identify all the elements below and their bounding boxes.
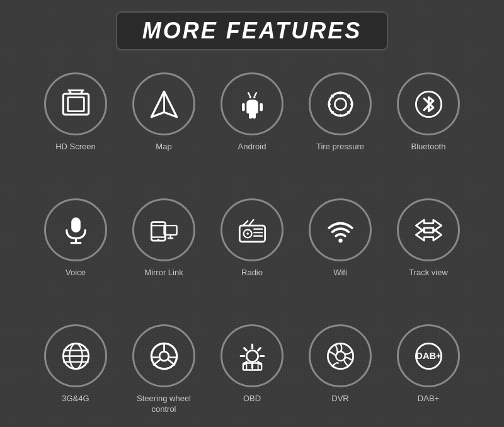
svg-rect-12: [260, 103, 263, 111]
mirror-link-icon-circle: [132, 198, 195, 261]
svg-line-41: [249, 220, 253, 225]
map-label: Map: [156, 142, 171, 152]
voice-label: Voice: [66, 268, 86, 278]
steering-wheel-icon: [147, 339, 181, 373]
tire-pressure-label: Tire pressure: [316, 142, 364, 152]
tire-pressure-icon: [323, 87, 358, 122]
feature-dvr: DVR: [296, 312, 384, 427]
hd-screen-icon-circle: [44, 72, 107, 135]
tire-pressure-icon-circle: [309, 72, 372, 135]
obd-icon: [235, 339, 270, 373]
3g4g-icon: [59, 339, 93, 373]
dab-plus-icon: DAB+: [411, 339, 446, 373]
map-icon: [147, 87, 181, 122]
page-title: MORE FEATURES: [142, 18, 362, 43]
wifi-icon: [323, 213, 358, 248]
mirror-link-label: Mirror Link: [144, 268, 183, 278]
feature-wifi: Wifi: [296, 186, 384, 312]
svg-line-9: [248, 93, 251, 97]
feature-tire-pressure: Tire pressure: [296, 60, 384, 186]
obd-label: OBD: [243, 394, 261, 404]
feature-track-view: Track view: [384, 186, 472, 312]
3g4g-icon-circle: [44, 324, 107, 387]
features-grid: HD Screen Map Android: [32, 60, 472, 427]
voice-icon-circle: [44, 198, 107, 261]
svg-point-55: [246, 350, 258, 362]
radio-label: Radio: [241, 268, 263, 278]
hd-screen-label: HD Screen: [55, 142, 96, 152]
track-view-icon-circle: [397, 198, 460, 261]
svg-line-10: [254, 93, 256, 97]
map-icon-circle: [132, 72, 195, 135]
svg-text:DAB+: DAB+: [416, 351, 441, 361]
svg-rect-1: [67, 97, 84, 111]
feature-android: Android: [208, 60, 296, 186]
mirror-link-icon: [147, 213, 181, 248]
3g4g-label: 3G&4G: [62, 394, 89, 404]
radio-icon: [235, 213, 270, 248]
dab-plus-label: DAB+: [418, 394, 439, 404]
svg-point-36: [246, 232, 249, 235]
feature-voice: Voice: [32, 186, 120, 312]
feature-radio: Radio: [208, 186, 296, 312]
android-icon: [235, 87, 270, 122]
bluetooth-icon: [411, 87, 446, 122]
dab-plus-icon-circle: DAB+: [397, 324, 460, 387]
steering-wheel-label: Steering wheelcontrol: [137, 394, 191, 415]
dvr-label: DVR: [331, 394, 348, 404]
svg-point-30: [157, 239, 159, 241]
bluetooth-label: Bluetooth: [411, 142, 446, 152]
feature-dab-plus: DAB+ DAB+: [384, 312, 472, 427]
android-icon-circle: [220, 72, 284, 135]
title-container: MORE FEATURES: [116, 11, 388, 50]
feature-bluetooth: Bluetooth: [384, 60, 472, 186]
svg-point-42: [338, 238, 342, 242]
feature-steering-wheel: Steering wheelcontrol: [120, 312, 208, 427]
feature-map: Map: [120, 60, 208, 186]
feature-mirror-link: Mirror Link: [120, 186, 208, 312]
dvr-icon: [323, 339, 358, 373]
feature-hd-screen: HD Screen: [32, 60, 120, 186]
svg-rect-11: [242, 103, 245, 111]
voice-icon: [59, 213, 93, 248]
bluetooth-icon-circle: [397, 72, 460, 135]
feature-obd: OBD: [208, 312, 296, 427]
obd-icon-circle: [220, 324, 284, 387]
dvr-icon-circle: [309, 324, 372, 387]
wifi-label: Wifi: [333, 268, 347, 278]
track-view-icon: [411, 213, 446, 248]
steering-wheel-icon-circle: [132, 324, 195, 387]
hd-screen-icon: [59, 87, 93, 122]
feature-3g4g: 3G&4G: [32, 312, 120, 427]
svg-point-60: [328, 343, 353, 368]
radio-icon-circle: [220, 198, 284, 261]
wifi-icon-circle: [309, 198, 372, 261]
svg-point-49: [159, 351, 169, 361]
android-label: Android: [238, 142, 266, 152]
svg-rect-24: [71, 217, 81, 232]
svg-point-14: [335, 98, 346, 110]
track-view-label: Track view: [409, 268, 448, 278]
